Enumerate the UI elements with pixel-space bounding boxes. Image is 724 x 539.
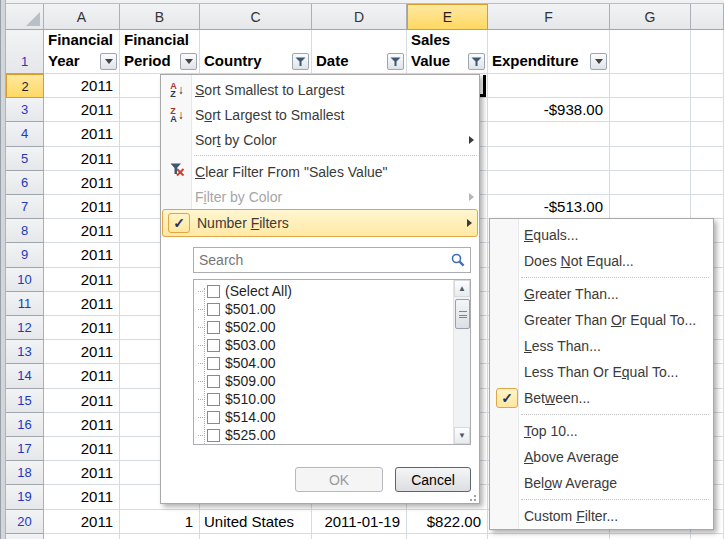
header-cell-F[interactable]: Expenditure: [488, 30, 610, 74]
funnel-filter-button-D[interactable]: [387, 53, 404, 70]
row-header-6[interactable]: 6: [6, 171, 44, 195]
submenu-item-less-than[interactable]: Less Than...: [490, 333, 713, 359]
cell-A5[interactable]: 2011: [44, 147, 120, 171]
select-all-corner[interactable]: [6, 4, 44, 30]
column-header-B[interactable]: B: [120, 4, 200, 30]
resize-grip[interactable]: [468, 493, 476, 501]
submenu-item-above-average[interactable]: Above Average: [490, 444, 713, 470]
cancel-button[interactable]: Cancel: [395, 467, 471, 492]
cell-G6[interactable]: [610, 171, 691, 195]
checkbox[interactable]: [207, 429, 220, 442]
scrollbar[interactable]: ▲ ▼: [453, 280, 470, 444]
checkbox[interactable]: [207, 303, 220, 316]
row-header-5[interactable]: 5: [6, 147, 44, 171]
header-cell-B[interactable]: Financial Period: [120, 30, 200, 74]
cell-E20[interactable]: $822.00: [407, 510, 488, 534]
cell-F3[interactable]: -$938.00: [488, 98, 610, 122]
row-header-1[interactable]: 1: [6, 30, 44, 74]
filter-value-item[interactable]: $510.00: [194, 390, 452, 408]
cell-G7[interactable]: [610, 195, 691, 219]
cell-A21[interactable]: [44, 534, 120, 539]
cell-A15[interactable]: 2011: [44, 389, 120, 413]
cell-B20[interactable]: 1: [120, 510, 200, 534]
column-header-E[interactable]: E: [407, 4, 488, 30]
filter-value-item[interactable]: $501.00: [194, 300, 452, 318]
scroll-down-arrow-icon[interactable]: ▼: [454, 427, 470, 444]
row-header-19[interactable]: 19: [6, 485, 44, 509]
search-icon[interactable]: [451, 253, 465, 267]
row-header-17[interactable]: 17: [6, 437, 44, 461]
cell-F21[interactable]: [488, 534, 610, 539]
row-header-2[interactable]: 2: [6, 74, 44, 98]
menu-item-sort-largest-to-smallest[interactable]: ZA↓Sort Largest to Smallest: [161, 102, 479, 127]
cell-A20[interactable]: 2011: [44, 510, 120, 534]
submenu-item-custom-filter[interactable]: Custom Filter...: [490, 503, 713, 529]
menu-item-sort-smallest-to-largest[interactable]: AZ↓Sort Smallest to Largest: [161, 77, 479, 102]
cell-A16[interactable]: 2011: [44, 413, 120, 437]
cell-A4[interactable]: 2011: [44, 122, 120, 146]
cell-G2[interactable]: [610, 74, 691, 98]
submenu-item-greater-than-or-equal-to[interactable]: Greater Than Or Equal To...: [490, 307, 713, 333]
row-header-16[interactable]: 16: [6, 413, 44, 437]
funnel-filter-button-E[interactable]: [468, 53, 485, 70]
cell-A19[interactable]: 2011: [44, 485, 120, 509]
row-header-8[interactable]: 8: [6, 219, 44, 243]
cell-H3[interactable]: [691, 98, 724, 122]
checkbox[interactable]: [207, 285, 220, 298]
submenu-item-does-not-equal[interactable]: Does Not Equal...: [490, 248, 713, 274]
cell-A18[interactable]: 2011: [44, 461, 120, 485]
filter-value-item[interactable]: (Select All): [194, 282, 452, 300]
cell-A3[interactable]: 2011: [44, 98, 120, 122]
cell-E21[interactable]: [407, 534, 488, 539]
submenu-item-less-than-or-equal-to[interactable]: Less Than Or Equal To...: [490, 359, 713, 385]
row-header-3[interactable]: 3: [6, 98, 44, 122]
row-header-11[interactable]: 11: [6, 292, 44, 316]
cell-D20[interactable]: 2011-01-19: [312, 510, 407, 534]
cell-A11[interactable]: 2011: [44, 292, 120, 316]
checkbox[interactable]: [207, 375, 220, 388]
header-cell-A[interactable]: Financial Year: [44, 30, 120, 74]
column-header-H[interactable]: [691, 4, 724, 30]
row-header-9[interactable]: 9: [6, 243, 44, 267]
funnel-filter-button-C[interactable]: [292, 53, 309, 70]
cell-F4[interactable]: [488, 122, 610, 146]
dropdown-filter-button-A[interactable]: [100, 53, 117, 70]
cell-H5[interactable]: [691, 147, 724, 171]
header-cell-H[interactable]: [691, 30, 724, 74]
cell-G5[interactable]: [610, 147, 691, 171]
column-header-C[interactable]: C: [200, 4, 312, 30]
cell-G4[interactable]: [610, 122, 691, 146]
submenu-item-top-10[interactable]: Top 10...: [490, 418, 713, 444]
cell-A17[interactable]: 2011: [44, 437, 120, 461]
cell-H7[interactable]: [691, 195, 724, 219]
cell-H4[interactable]: [691, 122, 724, 146]
cell-C21[interactable]: [200, 534, 312, 539]
row-header-10[interactable]: 10: [6, 268, 44, 292]
cell-A7[interactable]: 2011: [44, 195, 120, 219]
cell-A2[interactable]: 2011: [44, 74, 120, 98]
cell-F5[interactable]: [488, 147, 610, 171]
row-header-12[interactable]: 12: [6, 316, 44, 340]
column-header-G[interactable]: G: [610, 4, 691, 30]
checkbox[interactable]: [207, 339, 220, 352]
menu-item-sort-by-color[interactable]: Sort by Color: [161, 127, 479, 152]
row-header-21[interactable]: [6, 534, 44, 539]
menu-item-clear-filter-from-sales-value[interactable]: Clear Filter From "Sales Value": [161, 159, 479, 184]
submenu-item-below-average[interactable]: Below Average: [490, 470, 713, 496]
cell-A8[interactable]: 2011: [44, 219, 120, 243]
submenu-item-between[interactable]: ✓Between...: [490, 385, 713, 411]
header-cell-D[interactable]: Date: [312, 30, 407, 74]
cell-A14[interactable]: 2011: [44, 364, 120, 388]
submenu-item-greater-than[interactable]: Greater Than...: [490, 281, 713, 307]
row-header-14[interactable]: 14: [6, 364, 44, 388]
checkbox[interactable]: [207, 393, 220, 406]
checkbox[interactable]: [207, 411, 220, 424]
header-cell-G[interactable]: [610, 30, 691, 74]
menu-item-number-filters[interactable]: ✓Number Filters: [162, 209, 478, 237]
row-header-4[interactable]: 4: [6, 122, 44, 146]
search-input[interactable]: [194, 248, 470, 272]
cell-G3[interactable]: [610, 98, 691, 122]
column-header-F[interactable]: F: [488, 4, 610, 30]
filter-value-item[interactable]: $525.00: [194, 426, 452, 444]
header-cell-E[interactable]: Sales Value: [407, 30, 488, 74]
